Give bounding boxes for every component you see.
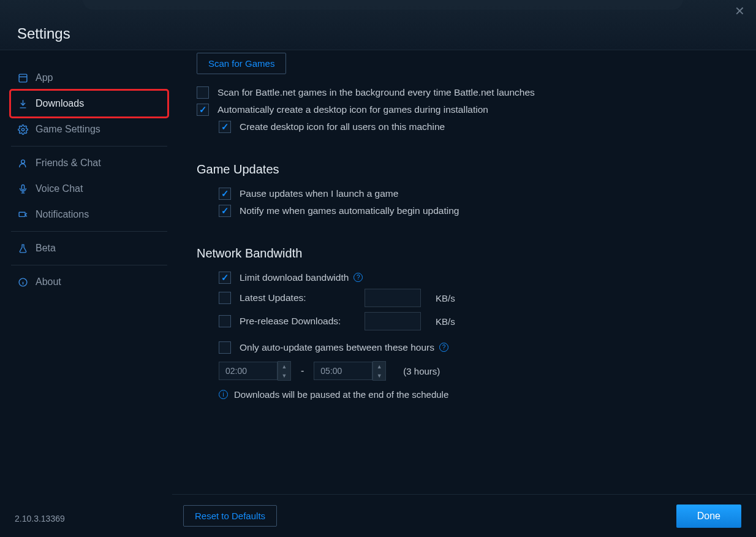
chevron-up-icon[interactable]: ▲ xyxy=(373,362,385,371)
section-heading-updates: Game Updates xyxy=(197,162,731,177)
svg-rect-3 xyxy=(21,185,24,190)
checkbox-background-scan[interactable] xyxy=(197,86,209,99)
sidebar-item-label: Friends & Chat xyxy=(36,158,101,169)
chevron-up-icon[interactable]: ▲ xyxy=(278,362,290,371)
unit-prerelease: KB/s xyxy=(436,316,455,327)
time-end-field[interactable] xyxy=(314,362,372,380)
page-title: Settings xyxy=(17,25,70,42)
sidebar: App Downloads Game Settings Friends & Ch… xyxy=(0,50,172,537)
checkbox-auto-desktop-icon[interactable] xyxy=(197,104,209,116)
time-end-stepper[interactable]: ▲▼ xyxy=(372,361,386,381)
help-icon[interactable]: ? xyxy=(353,273,363,282)
label-only-between-hours: Only auto-update games between these hou… xyxy=(240,341,434,353)
sidebar-item-notifications[interactable]: Notifications xyxy=(11,202,167,227)
sidebar-item-label: Notifications xyxy=(36,209,89,220)
sidebar-item-label: Game Settings xyxy=(36,124,100,135)
time-start-stepper[interactable]: ▲▼ xyxy=(278,361,291,381)
done-button[interactable]: Done xyxy=(676,505,741,528)
info-icon: i xyxy=(219,390,228,399)
footer: Reset to Defaults Done xyxy=(172,494,756,537)
svg-point-1 xyxy=(21,128,24,131)
time-end-input[interactable]: ▲▼ xyxy=(314,361,386,381)
help-icon[interactable]: ? xyxy=(439,343,448,352)
header: Settings ✕ xyxy=(0,0,756,50)
time-start-input[interactable]: ▲▼ xyxy=(219,361,291,381)
chevron-down-icon[interactable]: ▼ xyxy=(373,371,385,380)
svg-point-2 xyxy=(21,159,25,163)
sidebar-item-label: Beta xyxy=(36,243,56,254)
sidebar-item-game-settings[interactable]: Game Settings xyxy=(11,116,167,142)
checkbox-limit-bandwidth[interactable] xyxy=(219,272,231,284)
reset-defaults-button[interactable]: Reset to Defaults xyxy=(183,505,277,527)
label-limit-bandwidth: Limit download bandwidth xyxy=(240,272,349,283)
info-icon xyxy=(17,276,28,288)
checkbox-notify-auto[interactable] xyxy=(219,205,231,217)
sidebar-item-about[interactable]: About xyxy=(11,269,167,295)
checkbox-only-between-hours[interactable] xyxy=(219,341,231,354)
sidebar-item-label: App xyxy=(36,72,53,83)
sidebar-item-friends[interactable]: Friends & Chat xyxy=(11,150,167,176)
unit-latest: KB/s xyxy=(436,293,455,303)
input-latest-updates[interactable] xyxy=(365,289,421,307)
chevron-down-icon[interactable]: ▼ xyxy=(278,371,290,380)
scan-for-games-button[interactable]: Scan for Games xyxy=(197,53,286,74)
time-start-field[interactable] xyxy=(219,362,278,380)
people-icon xyxy=(17,158,28,169)
sidebar-item-app[interactable]: App xyxy=(11,65,167,91)
scroll-area[interactable]: Scan for Games Scan for Battle.net games… xyxy=(172,50,756,494)
main-panel: Scan for Games Scan for Battle.net games… xyxy=(172,50,756,537)
close-icon[interactable]: ✕ xyxy=(735,4,745,18)
section-heading-bandwidth: Network Bandwidth xyxy=(197,246,731,261)
version-label: 2.10.3.13369 xyxy=(11,514,167,537)
gear-icon xyxy=(17,124,28,135)
checkbox-pause-on-launch[interactable] xyxy=(219,188,231,200)
sidebar-item-label: Voice Chat xyxy=(36,183,83,194)
svg-rect-0 xyxy=(19,74,27,82)
label-icon-all-users: Create desktop icon for all users on thi… xyxy=(240,121,445,132)
label-pause-on-launch: Pause updates when I launch a game xyxy=(240,188,398,199)
sidebar-item-label: About xyxy=(36,276,61,288)
sidebar-item-downloads[interactable]: Downloads xyxy=(11,91,167,116)
schedule-info-msg: Downloads will be paused at the end of t… xyxy=(234,389,448,400)
dash: - xyxy=(301,365,304,376)
label-notify-auto: Notify me when games automatically begin… xyxy=(240,205,459,216)
label-prerelease: Pre-release Downloads: xyxy=(240,316,356,327)
input-prerelease[interactable] xyxy=(365,312,421,330)
sidebar-item-beta[interactable]: Beta xyxy=(11,235,167,261)
top-search-bar xyxy=(83,0,683,10)
svg-rect-4 xyxy=(19,212,25,216)
checkbox-latest-updates[interactable] xyxy=(219,292,231,304)
bell-icon xyxy=(17,209,28,220)
sidebar-item-label: Downloads xyxy=(36,98,84,109)
label-latest-updates: Latest Updates: xyxy=(240,292,356,303)
flask-icon xyxy=(17,243,28,254)
checkbox-icon-all-users[interactable] xyxy=(219,121,231,133)
download-icon xyxy=(17,98,28,109)
app-icon xyxy=(17,72,28,83)
sidebar-item-voice[interactable]: Voice Chat xyxy=(11,176,167,202)
label-auto-desktop-icon: Automatically create a desktop icon for … xyxy=(217,104,488,115)
label-background-scan: Scan for Battle.net games in the backgro… xyxy=(217,86,535,98)
duration-label: (3 hours) xyxy=(403,366,440,376)
checkbox-prerelease[interactable] xyxy=(219,315,231,327)
microphone-icon xyxy=(17,183,28,194)
